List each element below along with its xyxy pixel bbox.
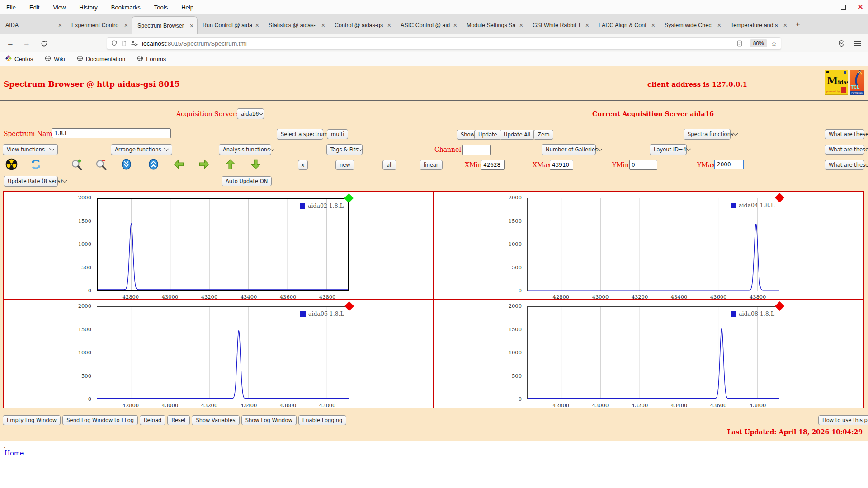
- how-to-use-button[interactable]: How to use this page: [818, 415, 868, 425]
- linear-button[interactable]: linear: [420, 160, 443, 170]
- zero-button[interactable]: Zero: [533, 130, 553, 140]
- menu-history[interactable]: History: [77, 3, 99, 12]
- reset-button[interactable]: Reset: [167, 415, 190, 425]
- tab-run-control-aida[interactable]: Run Control @ aida×: [197, 16, 263, 34]
- page-info-icon[interactable]: [121, 40, 127, 47]
- xmax-input[interactable]: [550, 160, 573, 170]
- tab-close-icon[interactable]: ×: [58, 22, 62, 29]
- expand-vertical-icon[interactable]: [147, 158, 160, 170]
- show-variables-button[interactable]: Show Variables: [192, 415, 239, 425]
- update-all-button[interactable]: Update All: [500, 130, 535, 140]
- new-button[interactable]: new: [335, 160, 354, 170]
- tab-module-settings-sa[interactable]: Module Settings Sa×: [461, 16, 527, 34]
- what-are-these-button-3[interactable]: What are these?: [825, 160, 864, 170]
- what-are-these-button-2[interactable]: What are these?: [825, 145, 864, 155]
- empty-log-window-button[interactable]: Empty Log Window: [3, 415, 61, 425]
- tab-close-icon[interactable]: ×: [453, 22, 457, 29]
- ymax-input[interactable]: [714, 160, 744, 169]
- menu-file[interactable]: File: [5, 3, 18, 12]
- back-icon[interactable]: ←: [5, 38, 16, 49]
- tab-close-icon[interactable]: ×: [585, 22, 589, 29]
- spectrum-name-input[interactable]: [52, 128, 171, 138]
- maximize-button[interactable]: [840, 4, 846, 10]
- arrange-functions-dropdown[interactable]: Arrange functions: [111, 144, 172, 155]
- refresh-icon[interactable]: [30, 158, 42, 170]
- channel-input[interactable]: [462, 145, 491, 155]
- bookmark-documentation[interactable]: Documentation: [77, 55, 125, 63]
- menu-edit[interactable]: Edit: [28, 3, 41, 12]
- tab-asic-control-aid[interactable]: ASIC Control @ aid×: [395, 16, 461, 34]
- hamburger-menu-icon[interactable]: [852, 38, 863, 49]
- menu-tools[interactable]: Tools: [152, 3, 170, 12]
- bookmark-centos[interactable]: Centos: [5, 55, 33, 63]
- number-of-galleries-dropdown[interactable]: Number of Galleries: [542, 144, 596, 155]
- update-button[interactable]: Update: [474, 130, 501, 140]
- bookmark-star-icon[interactable]: ☆: [771, 39, 777, 48]
- tab-aida[interactable]: AIDA×: [0, 16, 66, 34]
- auto-update-button[interactable]: Auto Update ON: [222, 176, 272, 186]
- spectra-functions-dropdown[interactable]: Spectra functions: [684, 129, 731, 140]
- menu-view[interactable]: View: [51, 3, 67, 12]
- tab-statistics-aidas-[interactable]: Statistics @ aidas-×: [263, 16, 329, 34]
- permissions-icon[interactable]: [131, 40, 138, 47]
- spectrum-plot-aida08[interactable]: aida08 1.8.L: [527, 306, 779, 399]
- tab-close-icon[interactable]: ×: [783, 22, 787, 29]
- shield-icon[interactable]: [111, 40, 118, 47]
- bookmark-forums[interactable]: Forums: [137, 55, 166, 63]
- x-axis-button[interactable]: x: [298, 160, 308, 170]
- spectrum-plot-aida06[interactable]: aida06 1.8.L: [97, 306, 349, 399]
- collapse-vertical-icon[interactable]: [120, 158, 132, 170]
- menu-help[interactable]: Help: [179, 3, 195, 12]
- tab-close-icon[interactable]: ×: [651, 22, 655, 29]
- url-bar[interactable]: localhost:8015/Spectrum/Spectrum.tml 80%…: [107, 37, 781, 50]
- tab-control-aidas-gs[interactable]: Control @ aidas-gs×: [329, 16, 395, 34]
- arrow-down-icon[interactable]: [250, 158, 262, 170]
- tab-fadc-align-cont[interactable]: FADC Align & Cont×: [593, 16, 659, 34]
- send-log-window-to-elog-button[interactable]: Send Log Window to ELog: [62, 415, 138, 425]
- enable-logging-button[interactable]: Enable Logging: [298, 415, 346, 425]
- show-log-window-button[interactable]: Show Log Window: [241, 415, 297, 425]
- reader-mode-icon[interactable]: [736, 40, 743, 47]
- arrow-right-icon[interactable]: [198, 158, 210, 170]
- tags-fits-dropdown[interactable]: Tags & Fits: [326, 144, 363, 155]
- spectrum-plot-aida02[interactable]: aida02 1.8.L: [97, 198, 349, 291]
- arrow-up-icon[interactable]: [224, 158, 236, 170]
- xmin-input[interactable]: [481, 160, 505, 170]
- tab-close-icon[interactable]: ×: [124, 22, 128, 29]
- menu-bookmarks[interactable]: Bookmarks: [109, 3, 142, 12]
- ymin-input[interactable]: [629, 160, 657, 170]
- tab-system-wide-chec[interactable]: System wide Chec×: [659, 16, 725, 34]
- tab-spectrum-browser[interactable]: Spectrum Browser×: [132, 16, 198, 34]
- analysis-functions-dropdown[interactable]: Analysis functions: [219, 144, 271, 155]
- new-tab-button[interactable]: +: [791, 14, 805, 34]
- reload-icon[interactable]: [38, 38, 50, 49]
- close-button[interactable]: ✕: [857, 4, 863, 10]
- layout-id-dropdown[interactable]: Layout ID=4: [650, 144, 687, 155]
- tab-close-icon[interactable]: ×: [190, 22, 193, 29]
- update-rate-dropdown[interactable]: Update Rate (8 secs): [4, 176, 58, 187]
- pocket-icon[interactable]: [835, 38, 847, 49]
- select-spectrum-dropdown[interactable]: Select a spectrum: [277, 129, 323, 140]
- tab-close-icon[interactable]: ×: [387, 22, 391, 29]
- arrow-left-icon[interactable]: [173, 158, 185, 170]
- zoom-in-icon[interactable]: [71, 158, 83, 170]
- bookmark-wiki[interactable]: Wiki: [45, 55, 65, 63]
- reload-button[interactable]: Reload: [140, 415, 165, 425]
- tab-gsi-white-rabbit-t[interactable]: GSI White Rabbit T×: [527, 16, 593, 34]
- tab-close-icon[interactable]: ×: [321, 22, 325, 29]
- tab-temperature-and-s[interactable]: Temperature and s×: [725, 16, 791, 34]
- tab-experiment-contro[interactable]: Experiment Contro×: [66, 16, 132, 34]
- view-functions-dropdown[interactable]: View functions: [3, 144, 58, 155]
- what-are-these-button-1[interactable]: What are these?: [825, 129, 864, 139]
- tab-close-icon[interactable]: ×: [519, 22, 523, 29]
- home-link[interactable]: Home: [5, 450, 24, 457]
- all-button[interactable]: all: [382, 160, 396, 170]
- zoom-level-badge[interactable]: 80%: [750, 39, 767, 47]
- forward-icon[interactable]: →: [21, 38, 33, 49]
- acquisition-server-select[interactable]: aida16: [237, 108, 264, 119]
- multi-button[interactable]: multi: [327, 129, 348, 139]
- zoom-out-icon[interactable]: [95, 158, 107, 170]
- spectrum-plot-aida04[interactable]: aida04 1.8.L: [527, 198, 779, 291]
- radiation-icon[interactable]: [5, 158, 18, 170]
- tab-close-icon[interactable]: ×: [255, 22, 259, 29]
